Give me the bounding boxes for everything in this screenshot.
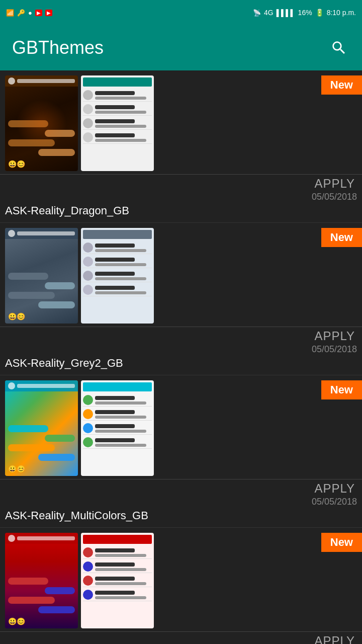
theme-item: New 😀😊 [0,70,362,223]
new-badge: New [321,228,362,247]
apply-button[interactable]: APPLY [314,329,355,343]
theme-previews: 😀😊 [0,375,362,476]
theme-previews: 😀😊 [0,223,362,324]
theme-item: New 😀😊 [0,223,362,375]
chat-preview-thumb[interactable]: 😀😊 [5,75,78,171]
time-label: 8:10 p.m. [327,9,356,17]
theme-previews: 😀😊 [0,70,362,171]
theme-previews: 😀😊 [0,528,362,628]
search-icon [330,39,347,56]
whatsapp-icon: ● [28,9,32,17]
status-bar: 📶 🔑 ● ▶ ▶ 📡 4G ▌▌▌▌ 16% 🔋 8:10 p.m. [0,0,362,25]
theme-list: New 😀😊 [0,70,362,644]
list-preview-thumb[interactable] [81,380,154,476]
theme-date: 05/05/2018 [0,192,362,202]
youtube2-icon: ▶ [45,10,52,16]
theme-actions: APPLY [0,329,362,343]
theme-actions: APPLY [0,177,362,191]
theme-date: 05/05/2018 [0,344,362,355]
app-title: GBThemes [12,37,104,58]
new-badge: New [321,380,362,399]
network-label: 4G [264,9,274,17]
chat-preview-thumb[interactable]: 😀😊 [5,228,78,324]
theme-actions: APPLY [0,481,362,496]
battery-label: 16% [298,9,312,17]
battery-icon: 🔋 [315,9,324,17]
theme-item: New 😀😊 [0,375,362,528]
theme-date: 05/05/2018 [0,497,362,507]
chat-preview-thumb[interactable]: 😀😊 [5,533,78,628]
app-bar: GBThemes [0,25,362,70]
list-preview-thumb[interactable] [81,75,154,171]
theme-item: New 😀😊 [0,528,362,644]
theme-actions: APPLY [0,634,362,644]
search-button[interactable] [328,37,350,59]
new-badge: New [321,75,362,95]
apply-button[interactable]: APPLY [314,634,355,644]
theme-name: ASK-Reality_Dragon_GB [0,204,362,217]
theme-name: ASK-Reality_Grey2_GB [0,357,362,370]
apply-button[interactable]: APPLY [314,177,355,191]
sim-icon: 📶 [6,9,14,17]
youtube-icon: ▶ [35,10,42,16]
status-bar-left: 📶 🔑 ● ▶ ▶ [6,9,52,17]
list-preview-thumb[interactable] [81,228,154,324]
theme-name: ASK-Reality_MultiColors_GB [0,509,362,522]
list-preview-thumb[interactable] [81,533,154,628]
status-bar-right: 📡 4G ▌▌▌▌ 16% 🔋 8:10 p.m. [253,9,356,17]
new-badge: New [321,533,362,552]
cast-icon: 📡 [253,9,261,17]
signal-icon: ▌▌▌▌ [277,9,295,17]
key-icon: 🔑 [17,9,25,17]
chat-preview-thumb[interactable]: 😀😊 [5,380,78,476]
apply-button[interactable]: APPLY [314,481,355,496]
